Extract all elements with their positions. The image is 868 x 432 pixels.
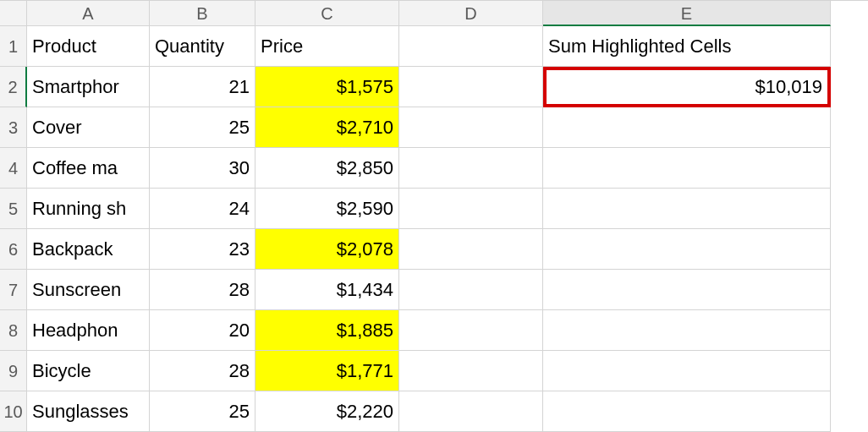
cell-D2[interactable] (399, 67, 543, 107)
row-header-2[interactable]: 2 (0, 67, 27, 107)
cell-A8[interactable]: Headphon (27, 310, 150, 351)
cell-C2[interactable]: $1,575 (255, 67, 399, 107)
cell-C10[interactable]: $2,220 (255, 391, 399, 432)
cell-B8[interactable]: 20 (150, 310, 255, 351)
cell-C6[interactable]: $2,078 (255, 229, 399, 270)
cell-B3[interactable]: 25 (150, 107, 255, 148)
cell-E5[interactable] (543, 189, 831, 229)
cell-B5[interactable]: 24 (150, 189, 255, 229)
cell-D8[interactable] (399, 310, 543, 351)
cell-A5[interactable]: Running sh (27, 189, 150, 229)
cell-E4[interactable] (543, 148, 831, 189)
col-header-D[interactable]: D (399, 1, 543, 26)
col-header-B[interactable]: B (150, 1, 255, 26)
cell-D4[interactable] (399, 148, 543, 189)
col-header-A[interactable]: A (27, 1, 150, 26)
col-header-C[interactable]: C (255, 1, 399, 26)
cell-B1[interactable]: Quantity (150, 26, 255, 67)
row-header-10[interactable]: 10 (0, 391, 27, 432)
cell-A9[interactable]: Bicycle (27, 351, 150, 391)
row-header-3[interactable]: 3 (0, 107, 27, 148)
cell-E1[interactable]: Sum Highlighted Cells (543, 26, 831, 67)
cell-A6[interactable]: Backpack (27, 229, 150, 270)
cell-A7[interactable]: Sunscreen (27, 270, 150, 310)
col-header-E[interactable]: E (543, 1, 831, 26)
cell-E8[interactable] (543, 310, 831, 351)
cell-E9[interactable] (543, 351, 831, 391)
cell-D3[interactable] (399, 107, 543, 148)
cell-C3[interactable]: $2,710 (255, 107, 399, 148)
cell-B10[interactable]: 25 (150, 391, 255, 432)
cell-D6[interactable] (399, 229, 543, 270)
spreadsheet-grid[interactable]: A B C D E 1 Product Quantity Price Sum H… (0, 0, 868, 432)
cell-D1[interactable] (399, 26, 543, 67)
cell-B9[interactable]: 28 (150, 351, 255, 391)
cell-E6[interactable] (543, 229, 831, 270)
cell-C8[interactable]: $1,885 (255, 310, 399, 351)
cell-B7[interactable]: 28 (150, 270, 255, 310)
cell-D5[interactable] (399, 189, 543, 229)
row-header-5[interactable]: 5 (0, 189, 27, 229)
row-header-8[interactable]: 8 (0, 310, 27, 351)
cell-A1[interactable]: Product (27, 26, 150, 67)
cell-E3[interactable] (543, 107, 831, 148)
cell-D10[interactable] (399, 391, 543, 432)
cell-C1[interactable]: Price (255, 26, 399, 67)
cell-D7[interactable] (399, 270, 543, 310)
cell-B4[interactable]: 30 (150, 148, 255, 189)
cell-C7[interactable]: $1,434 (255, 270, 399, 310)
cell-A4[interactable]: Coffee ma (27, 148, 150, 189)
cell-C5[interactable]: $2,590 (255, 189, 399, 229)
row-header-7[interactable]: 7 (0, 270, 27, 310)
cell-B6[interactable]: 23 (150, 229, 255, 270)
row-header-6[interactable]: 6 (0, 229, 27, 270)
row-header-1[interactable]: 1 (0, 26, 27, 67)
row-header-9[interactable]: 9 (0, 351, 27, 391)
cell-E10[interactable] (543, 391, 831, 432)
row-header-4[interactable]: 4 (0, 148, 27, 189)
cell-E2[interactable]: $10,019 (543, 67, 831, 107)
cell-C4[interactable]: $2,850 (255, 148, 399, 189)
cell-A10[interactable]: Sunglasses (27, 391, 150, 432)
cell-E7[interactable] (543, 270, 831, 310)
cell-C9[interactable]: $1,771 (255, 351, 399, 391)
cell-A2[interactable]: Smartphor (27, 67, 150, 107)
cell-B2[interactable]: 21 (150, 67, 255, 107)
cell-D9[interactable] (399, 351, 543, 391)
select-all-corner[interactable] (0, 1, 27, 26)
cell-A3[interactable]: Cover (27, 107, 150, 148)
